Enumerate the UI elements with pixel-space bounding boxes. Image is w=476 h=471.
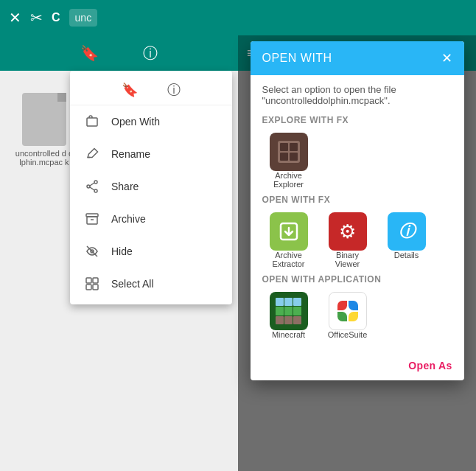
file-label: uncontrolled d olphin.mcpac k [15, 149, 74, 167]
explore-fx-grid: ArchiveExplorer [262, 133, 452, 189]
menu-item-share-label: Share [111, 181, 139, 192]
minecraft-label: Minecraft [272, 330, 305, 339]
menu-item-hide-label: Hide [111, 245, 133, 257]
svg-point-2 [94, 189, 97, 192]
arch-cell-1 [280, 143, 288, 151]
dialog-subtitle: Select an option to open the file"uncont… [262, 84, 452, 106]
app-item-archive-extractor[interactable]: ArchiveExtractor [262, 212, 315, 268]
svg-rect-8 [93, 278, 98, 283]
archive-explorer-icon [270, 133, 308, 171]
dialog-body: Select an option to open the file"uncont… [251, 75, 464, 354]
open-fx-grid: ArchiveExtractor ⚙ BinaryViewer [262, 212, 452, 268]
tag-label: unc [69, 9, 98, 27]
menu-info-icon: ⓘ [167, 81, 181, 99]
minecraft-icon [270, 292, 308, 330]
menu-item-archive-label: Archive [111, 213, 146, 225]
select-all-icon [85, 276, 99, 291]
app-item-minecraft[interactable]: Minecraft [262, 292, 315, 339]
archive-extractor-label: ArchiveExtractor [272, 251, 304, 268]
gem-yellow [349, 312, 358, 321]
menu-item-share[interactable]: Share [70, 170, 232, 203]
open-with-dialog: Open With ✕ Select an option to open the… [251, 41, 464, 380]
left-panel: 🔖 ⓘ uncontrolled d olphin.mcpac k 🔖 ⓘ [0, 35, 238, 471]
dialog-close-button[interactable]: ✕ [441, 50, 452, 66]
explore-fx-section-label: Explore with FX [262, 115, 452, 125]
svg-rect-4 [87, 217, 97, 224]
menu-item-open-with-label: Open With [111, 116, 160, 128]
open-with-icon [85, 114, 99, 129]
office-gem [337, 301, 358, 321]
menu-item-open-with[interactable]: Open With [70, 105, 232, 138]
close-icon[interactable]: ✕ [9, 9, 21, 27]
scissors-icon[interactable]: ✂ [30, 9, 43, 27]
menu-item-archive[interactable]: Archive [70, 203, 232, 235]
context-menu-header: 🔖 ⓘ [70, 75, 232, 105]
menu-item-select-all-label: Select All [111, 278, 154, 290]
archive-icon [85, 212, 99, 226]
hide-icon [85, 244, 99, 259]
file-icon-fold [57, 93, 66, 102]
file-icon-container[interactable]: uncontrolled d olphin.mcpac k [15, 93, 74, 167]
dialog-overlay: Open With ✕ Select an option to open the… [238, 35, 476, 471]
svg-point-1 [94, 181, 97, 184]
open-as-button[interactable]: Open As [408, 360, 452, 371]
dialog-header: Open With ✕ [251, 41, 464, 75]
arch-cell-2 [290, 143, 298, 151]
binary-viewer-icon: ⚙ [329, 212, 367, 251]
gear-icon: ⚙ [339, 220, 356, 243]
svg-rect-10 [93, 285, 98, 290]
details-icon: ⓘ [388, 212, 426, 251]
open-app-section-label: Open with Application [262, 274, 452, 285]
app-item-officesuite[interactable]: OfficeSuite [321, 292, 374, 339]
svg-point-3 [87, 185, 90, 188]
dialog-title: Open With [262, 52, 332, 65]
share-icon [85, 179, 99, 194]
svg-rect-9 [86, 285, 91, 290]
tab-indicator: C [52, 11, 60, 24]
arch-cell-4 [290, 153, 298, 161]
open-app-grid: Minecraft [262, 292, 452, 339]
rename-icon [85, 147, 99, 161]
open-fx-section-label: Open with FX [262, 195, 452, 205]
menu-item-select-all[interactable]: Select All [70, 268, 232, 300]
archive-extractor-icon [270, 212, 308, 251]
officesuite-label: OfficeSuite [328, 330, 368, 339]
dialog-footer: Open As [251, 354, 464, 380]
gem-red [337, 301, 347, 310]
archive-explorer-label: ArchiveExplorer [273, 171, 304, 189]
context-menu: 🔖 ⓘ Open With [70, 71, 232, 304]
menu-item-hide[interactable]: Hide [70, 235, 232, 268]
details-label: Details [394, 251, 419, 259]
menu-item-rename[interactable]: Rename [70, 138, 232, 170]
right-panel: ≡ ⌂ › 📁 Download ⌕ ⠿ ⋮ Open With ✕ [238, 35, 476, 471]
file-icon [22, 93, 66, 146]
menu-bookmark-icon: 🔖 [122, 82, 138, 98]
info-icon[interactable]: ⓘ [143, 43, 158, 63]
gem-blue [349, 301, 358, 310]
svg-rect-7 [86, 278, 91, 283]
gem-green [337, 312, 347, 321]
svg-rect-0 [87, 118, 97, 126]
officesuite-icon [329, 292, 367, 330]
app-item-details[interactable]: ⓘ Details [380, 212, 433, 268]
menu-item-rename-label: Rename [111, 148, 150, 160]
top-bar: ✕ ✂ C unc [0, 0, 476, 35]
arch-cell-3 [280, 153, 288, 161]
binary-viewer-label: BinaryViewer [335, 251, 360, 268]
bookmark-icon[interactable]: 🔖 [80, 44, 99, 62]
app-item-archive-explorer[interactable]: ArchiveExplorer [262, 133, 315, 189]
app-item-binary-viewer[interactable]: ⚙ BinaryViewer [321, 212, 374, 268]
left-panel-topbar: 🔖 ⓘ [0, 35, 238, 71]
info-icon: ⓘ [399, 220, 415, 243]
svg-rect-5 [86, 214, 98, 217]
main-layout: 🔖 ⓘ uncontrolled d olphin.mcpac k 🔖 ⓘ [0, 35, 476, 471]
archive-explorer-icon-inner [278, 141, 300, 163]
